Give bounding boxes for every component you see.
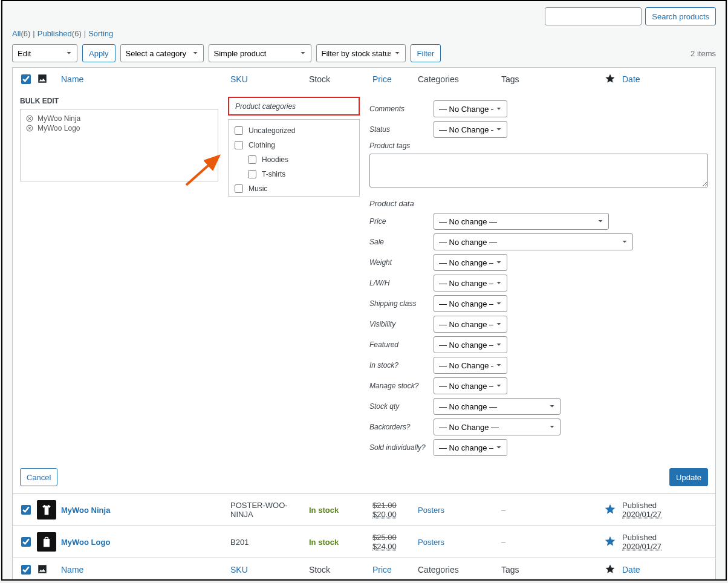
row-checkbox-1[interactable] (21, 537, 31, 547)
backorders-select[interactable]: — No Change — (434, 419, 561, 435)
product-date-1: Published2020/01/27 (622, 533, 695, 551)
sort-price[interactable]: Price (372, 74, 392, 84)
filter-button[interactable]: Filter (411, 44, 441, 62)
sort-sku-bottom[interactable]: SKU (230, 565, 248, 575)
lwh-select[interactable]: — No change — (434, 275, 507, 292)
product-category-link-1[interactable]: Posters (418, 538, 444, 547)
select-all-checkbox-bottom[interactable] (21, 565, 31, 575)
sort-name[interactable]: Name (61, 74, 83, 84)
product-sku-0: POSTER-WOO-NINJA (230, 501, 309, 519)
product-row: MyWoo Ninja POSTER-WOO-NINJA In stock $2… (12, 494, 716, 526)
sold-individually-select[interactable]: — No change — (434, 439, 507, 456)
selected-item-label: MyWoo Ninja (37, 114, 80, 123)
sort-name-bottom[interactable]: Name (61, 565, 83, 575)
sale-select[interactable]: — No change — (434, 233, 633, 250)
product-stock-0: In stock (309, 506, 372, 515)
sort-sku[interactable]: SKU (230, 74, 248, 84)
featured-column-icon (598, 73, 622, 86)
featured-toggle-1[interactable] (598, 535, 622, 549)
weight-select[interactable]: — No change — (434, 254, 507, 271)
selected-item-label: MyWoo Logo (37, 124, 80, 132)
stock-status-filter-select[interactable]: Filter by stock status (316, 44, 406, 62)
cat-uncategorized[interactable]: Uncategorized (232, 125, 356, 137)
status-filter-links: All (6) | Published (6) | Sorting (12, 29, 716, 38)
product-thumbnail-0[interactable] (37, 500, 56, 519)
visibility-select[interactable]: — No change — (434, 316, 507, 333)
cat-tshirts[interactable]: T-shirts (245, 168, 356, 180)
product-row: MyWoo Logo B201 In stock $25.00 $24.00 P… (12, 526, 716, 558)
sort-price-bottom[interactable]: Price (372, 565, 392, 575)
products-table-header: Name SKU Stock Price Categories Tags Dat… (12, 67, 716, 91)
product-data-heading: Product data (369, 199, 708, 208)
remove-selected-0[interactable] (25, 114, 34, 123)
cat-clothing[interactable]: Clothing (232, 139, 356, 151)
product-name-link-0[interactable]: MyWoo Ninja (61, 506, 110, 515)
categories-column: Categories (418, 74, 501, 84)
select-all-checkbox-top[interactable] (21, 74, 31, 84)
product-tags-0: – (501, 506, 598, 515)
product-type-filter-select[interactable]: Simple product (209, 44, 311, 62)
row-checkbox-0[interactable] (21, 505, 31, 515)
thumbnail-column-icon (37, 73, 61, 86)
apply-bulk-action-button[interactable]: Apply (82, 44, 115, 62)
cat-hoodies[interactable]: Hoodies (245, 154, 356, 166)
sort-date[interactable]: Date (622, 74, 640, 84)
product-tags-input[interactable] (369, 154, 708, 187)
featured-toggle-0[interactable] (598, 503, 622, 517)
manage-stock-select[interactable]: — No change — (434, 377, 507, 394)
bulk-edit-title: BULK EDIT (20, 97, 218, 105)
stock-column: Stock (309, 74, 372, 84)
product-sku-1: B201 (230, 538, 309, 547)
instock-select[interactable]: — No Change — (434, 357, 507, 374)
comments-select[interactable]: — No Change — (434, 100, 507, 117)
filter-sorting[interactable]: Sorting (88, 29, 113, 38)
shipping-class-select[interactable]: — No change — (434, 295, 507, 312)
filter-all[interactable]: All (12, 29, 21, 38)
product-categories-list[interactable]: Uncategorized Clothing Hoodies T-shirts … (229, 120, 359, 196)
products-table-footer: Name SKU Stock Price Categories Tags Dat… (12, 558, 716, 581)
product-thumbnail-1[interactable] (37, 532, 56, 552)
product-categories-legend: Product categories (228, 97, 360, 116)
bulk-action-select[interactable]: Edit (12, 44, 77, 62)
status-select[interactable]: — No Change — (434, 121, 507, 138)
cancel-button[interactable]: Cancel (20, 468, 57, 486)
product-tags-1: – (501, 538, 598, 547)
product-category-link-0[interactable]: Posters (418, 506, 444, 515)
sort-date-bottom[interactable]: Date (622, 565, 640, 575)
cat-music[interactable]: Music (232, 183, 356, 195)
product-date-0: Published2020/01/27 (622, 501, 695, 519)
update-button[interactable]: Update (669, 468, 708, 486)
tags-column: Tags (501, 74, 598, 84)
featured-column-icon (598, 564, 622, 576)
product-price-1: $25.00 $24.00 (372, 533, 418, 551)
price-select[interactable]: — No change — (434, 213, 609, 230)
search-products-button[interactable]: Search products (645, 7, 716, 25)
featured-select[interactable]: — No change — (434, 336, 507, 353)
product-search-input[interactable] (545, 7, 642, 25)
items-count-top: 2 items (691, 49, 716, 58)
thumbnail-column-icon (37, 564, 61, 576)
stock-qty-select[interactable]: — No change — (434, 398, 561, 415)
product-name-link-1[interactable]: MyWoo Logo (61, 538, 110, 547)
product-price-0: $21.00 $20.00 (372, 501, 418, 519)
category-filter-select[interactable]: Select a category (120, 44, 204, 62)
product-stock-1: In stock (309, 538, 372, 547)
bulk-edit-panel: BULK EDIT MyWoo Ninja MyWoo Logo Product… (12, 91, 716, 494)
bulk-selected-list: MyWoo Ninja MyWoo Logo (20, 109, 218, 181)
filter-published[interactable]: Published (37, 29, 72, 38)
remove-selected-1[interactable] (25, 124, 34, 132)
